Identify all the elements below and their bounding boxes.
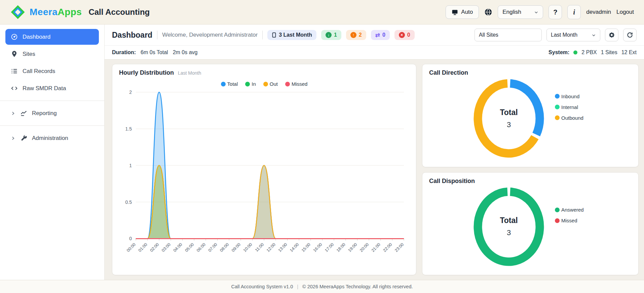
donut-segment xyxy=(510,83,540,135)
internal-count: 0 xyxy=(382,32,385,38)
duration-label: Duration: xyxy=(112,49,136,56)
brand-meera: Meera xyxy=(30,7,58,17)
legend-item[interactable]: Outbound xyxy=(555,115,583,121)
legend-label: Missed xyxy=(561,218,577,223)
legend-dot-icon xyxy=(221,82,226,86)
refresh-button[interactable] xyxy=(623,29,637,41)
svg-text:1: 1 xyxy=(129,163,132,168)
legend-label: Answered xyxy=(561,207,584,213)
svg-text:07:00: 07:00 xyxy=(207,242,218,253)
internal-count-badge: ⇄ 0 xyxy=(371,30,390,40)
inbound-count: 1 xyxy=(334,32,337,38)
sidebar-item-label: Call Records xyxy=(23,68,55,75)
info-button[interactable]: i xyxy=(567,5,581,19)
chart-title: Hourly Distribution xyxy=(119,69,174,76)
legend-item[interactable]: Missed xyxy=(555,218,584,223)
system-label: System: xyxy=(548,49,569,56)
sidebar-item-call-records[interactable]: Call Records xyxy=(5,63,99,79)
transfer-arrows-icon: ⇄ xyxy=(375,32,380,38)
legend-item[interactable]: Internal xyxy=(555,104,583,110)
svg-text:22:00: 22:00 xyxy=(382,242,393,253)
legend-item[interactable]: Missed xyxy=(285,81,308,87)
legend-label: Missed xyxy=(292,81,308,87)
language-selected-value: English xyxy=(502,9,521,15)
sidebar-divider xyxy=(0,101,104,101)
legend-dot-icon xyxy=(555,208,560,212)
svg-text:23:00: 23:00 xyxy=(394,242,405,253)
footer-copyright: © 2026 MeeraApps Technology. All rights … xyxy=(302,284,413,289)
call-disposition-card: Call Disposition Total 3 AnsweredMissed xyxy=(422,172,639,276)
svg-text:08:00: 08:00 xyxy=(219,242,230,253)
svg-text:09:00: 09:00 xyxy=(231,242,241,253)
help-button[interactable]: ? xyxy=(548,5,562,19)
language-select[interactable]: English xyxy=(498,5,543,19)
app-title: Call Accounting xyxy=(88,7,150,17)
outbound-count: 2 xyxy=(359,32,362,38)
site-filter-input[interactable] xyxy=(475,29,542,41)
call-direction-donut: Total 3 xyxy=(472,78,545,159)
missed-count: 0 xyxy=(407,32,410,38)
svg-text:16:00: 16:00 xyxy=(312,242,323,253)
chevron-down-icon xyxy=(534,10,538,14)
sidebar-item-label: Administration xyxy=(32,135,68,142)
svg-text:18:00: 18:00 xyxy=(336,242,346,253)
sidebar-item-raw-smdr-data[interactable]: Raw SMDR Data xyxy=(5,80,99,96)
brand-logo: MeeraApps Call Accounting xyxy=(10,4,150,20)
inbound-count-badge: ↓ 1 xyxy=(321,30,341,40)
svg-text:02:00: 02:00 xyxy=(149,242,160,253)
brand-apps: Apps xyxy=(58,7,82,17)
theme-auto-button[interactable]: Auto xyxy=(446,5,479,19)
svg-text:1.5: 1.5 xyxy=(125,126,132,132)
chart-subtitle: Last Month xyxy=(178,70,201,76)
legend-item[interactable]: In xyxy=(245,81,256,87)
svg-text:11:00: 11:00 xyxy=(254,242,265,253)
help-icon: ? xyxy=(553,8,557,16)
hourly-distribution-card: Hourly Distribution Last Month TotalInOu… xyxy=(112,64,416,275)
legend-dot-icon xyxy=(555,218,560,223)
period-filter-select[interactable]: Last Month xyxy=(546,29,600,41)
legend-item[interactable]: Total xyxy=(221,81,238,87)
sidebar-item-sites[interactable]: Sites xyxy=(5,46,99,62)
code-icon xyxy=(11,85,18,92)
sidebar-item-label: Dashboard xyxy=(23,34,50,40)
extensions-count: 12 Ext xyxy=(621,49,637,56)
sidebar: Dashboard Sites Call Records Raw SMDR Da… xyxy=(0,25,105,280)
page-title: Dashboard xyxy=(112,31,152,40)
legend-item[interactable]: Answered xyxy=(555,207,584,213)
call-direction-legend: InboundInternalOutbound xyxy=(555,94,583,121)
settings-button[interactable] xyxy=(605,29,618,41)
chevron-down-icon xyxy=(592,33,596,37)
logout-button[interactable]: Logout xyxy=(616,9,634,15)
page-header: Dashboard Welcome, Development Administr… xyxy=(105,25,644,46)
donut-segment xyxy=(478,192,540,262)
chevron-right-icon xyxy=(11,136,15,141)
legend-label: Total xyxy=(227,81,238,87)
legend-item[interactable]: Inbound xyxy=(555,94,583,99)
sidebar-item-reporting[interactable]: Reporting xyxy=(5,105,99,121)
svg-text:00:00: 00:00 xyxy=(126,242,137,253)
sidebar-item-administration[interactable]: Administration xyxy=(5,130,99,146)
legend-item[interactable]: Out xyxy=(263,81,278,87)
chevron-right-icon xyxy=(11,111,15,116)
sidebar-item-dashboard[interactable]: Dashboard xyxy=(5,29,99,45)
svg-text:2: 2 xyxy=(129,89,132,95)
footer: Call Accounting System v1.0 | © 2026 Mee… xyxy=(0,280,644,293)
arrow-down-circle-icon: ↓ xyxy=(326,32,332,38)
monitor-icon xyxy=(452,9,458,15)
svg-text:14:00: 14:00 xyxy=(289,242,300,253)
stats-bar: Duration: 6m 0s Total 2m 0s avg System: … xyxy=(105,46,644,60)
legend-label: Outbound xyxy=(561,115,583,121)
username-label: devadmin xyxy=(586,9,611,15)
period-selected-value: Last Month xyxy=(551,32,577,38)
svg-text:01:00: 01:00 xyxy=(138,242,148,253)
legend-label: Out xyxy=(270,81,278,87)
chart-title: Call Direction xyxy=(429,69,468,76)
globe-icon xyxy=(484,8,492,16)
svg-text:12:00: 12:00 xyxy=(266,242,276,253)
arrow-up-circle-icon: ↑ xyxy=(350,32,356,38)
divider xyxy=(157,31,157,39)
hourly-chart: 00.511.5200:0001:0002:0003:0004:0005:000… xyxy=(119,87,409,270)
legend-dot-icon xyxy=(285,82,290,86)
legend-dot-icon xyxy=(555,94,560,99)
pbx-count: 2 PBX xyxy=(581,49,597,56)
